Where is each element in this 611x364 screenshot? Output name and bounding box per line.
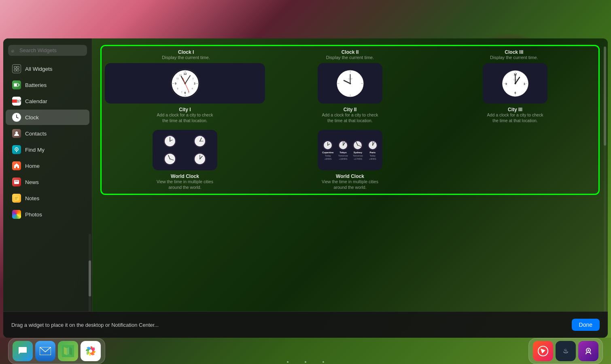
svg-rect-2 bbox=[14, 69, 16, 71]
home-icon bbox=[12, 161, 21, 170]
dock-mail[interactable] bbox=[35, 341, 55, 361]
widget-world-clock-small-label: World Clock View the time in multiple ci… bbox=[155, 174, 215, 190]
svg-point-45 bbox=[185, 83, 185, 84]
widget-world-clock-small-desc: View the time in multiple cities around … bbox=[155, 179, 215, 190]
notes-icon bbox=[12, 194, 21, 203]
sidebar-label-clock: Clock bbox=[25, 114, 39, 121]
widget-header-2-title: Clock II bbox=[270, 49, 429, 55]
widget-gallery-window: ⌕ All Widgets bbox=[3, 38, 608, 338]
dock-photos[interactable] bbox=[81, 341, 101, 361]
dock-dot-2 bbox=[305, 361, 306, 363]
widget-world-clock-wide-thumbnail[interactable]: Cupertino Today +6HRS bbox=[318, 130, 382, 170]
widget-row-world-clocks: World Clock View the time in multiple ci… bbox=[105, 130, 595, 190]
sidebar-item-notes[interactable]: Notes bbox=[6, 190, 89, 206]
sidebar-item-clock[interactable]: Clock bbox=[6, 110, 89, 125]
dock-podcasts[interactable] bbox=[578, 341, 598, 361]
svg-point-69 bbox=[514, 83, 516, 84]
widget-header-1-title: Clock I bbox=[106, 49, 265, 55]
svg-text:11: 11 bbox=[176, 77, 178, 80]
world-city-sydney: Sydney Tomorrow +17HRS bbox=[352, 140, 363, 160]
svg-point-104 bbox=[357, 145, 358, 146]
widget-city-1-label: City I Add a clock for a city to check t… bbox=[155, 107, 215, 123]
sidebar-label-calendar: Calendar bbox=[25, 98, 47, 104]
widget-city-1-desc: Add a clock for a city to check the time… bbox=[155, 112, 215, 123]
svg-point-13 bbox=[16, 149, 17, 150]
sidebar-item-home[interactable]: Home bbox=[6, 158, 89, 174]
sidebar-item-news[interactable]: News bbox=[6, 174, 89, 190]
news-icon bbox=[12, 178, 21, 186]
svg-rect-1 bbox=[17, 66, 19, 68]
svg-rect-21 bbox=[15, 198, 17, 199]
widget-city-2-desc: Add a clock for a city to check the time… bbox=[320, 112, 380, 123]
widget-city-3-title: City III bbox=[485, 107, 545, 112]
svg-point-55 bbox=[349, 83, 351, 84]
mini-clock-4 bbox=[186, 151, 214, 167]
dock: ♨ bbox=[0, 338, 611, 364]
widget-city-3: 12 3 6 9 CUP bbox=[435, 63, 595, 123]
svg-text:6: 6 bbox=[184, 91, 186, 94]
dock-steam[interactable]: ♨ bbox=[556, 341, 576, 361]
svg-text:2: 2 bbox=[192, 77, 193, 80]
svg-point-109 bbox=[372, 145, 373, 146]
dock-maps[interactable] bbox=[58, 341, 78, 361]
svg-point-99 bbox=[343, 145, 344, 146]
content-scrollbar-track[interactable] bbox=[604, 47, 606, 330]
svg-point-94 bbox=[327, 145, 328, 146]
mini-clock-2 bbox=[186, 133, 214, 149]
svg-point-10 bbox=[16, 117, 17, 118]
dock-browser[interactable] bbox=[533, 341, 553, 361]
sidebar-label-photos: Photos bbox=[25, 212, 42, 218]
widget-city-2: CUP City II Add a clock for a city to ch… bbox=[270, 63, 430, 123]
widget-header-2: Clock II Display the current time. bbox=[270, 49, 429, 60]
widget-city-1-thumbnail[interactable]: 12 3 6 9 10 11 2 4 5 7 bbox=[105, 63, 265, 104]
widget-panel: ⌕ All Widgets bbox=[3, 38, 608, 338]
world-city-cupertino: Cupertino Today +6HRS bbox=[322, 140, 333, 160]
widget-header-2-subtitle: Display the current time. bbox=[270, 55, 429, 60]
svg-text:♨: ♨ bbox=[563, 347, 569, 354]
widget-content-area: Clock I Display the current time. Clock … bbox=[92, 38, 608, 338]
sidebar-item-calendar[interactable]: 17 Calendar bbox=[6, 93, 89, 109]
sidebar-label-findmy: Find My bbox=[25, 147, 45, 153]
widget-world-clock-wide: Cupertino Today +6HRS bbox=[270, 130, 430, 190]
sidebar-item-findmy[interactable]: Find My bbox=[6, 142, 89, 157]
content-scrollbar-thumb bbox=[604, 47, 606, 146]
sidebar-label-home: Home bbox=[25, 163, 40, 169]
svg-text:7: 7 bbox=[181, 91, 182, 93]
sidebar-item-photos[interactable]: Photos bbox=[6, 207, 89, 222]
sidebar-item-all-widgets[interactable]: All Widgets bbox=[6, 61, 89, 76]
sidebar-label-batteries: Batteries bbox=[25, 82, 47, 88]
widget-world-clock-small-thumbnail[interactable] bbox=[153, 130, 217, 170]
findmy-icon bbox=[12, 145, 21, 154]
search-input[interactable] bbox=[8, 45, 87, 56]
widget-header-1: Clock I Display the current time. bbox=[106, 49, 265, 60]
world-city-tokyo: Tokyo Tomorrow +16HRS bbox=[338, 140, 348, 160]
svg-text:4: 4 bbox=[191, 87, 193, 90]
sidebar-scrollbar[interactable] bbox=[89, 234, 91, 323]
svg-text:3: 3 bbox=[524, 82, 525, 85]
world-city-paris: Paris Today +3HRS bbox=[367, 140, 378, 160]
widget-city-3-thumbnail[interactable]: 12 3 6 9 CUP bbox=[483, 63, 547, 104]
widget-world-clock-small: World Clock View the time in multiple ci… bbox=[105, 130, 265, 190]
sidebar-item-contacts[interactable]: Contacts bbox=[6, 126, 89, 141]
svg-rect-16 bbox=[15, 181, 18, 182]
widget-city-3-label: City III Add a clock for a city to check… bbox=[485, 107, 545, 123]
svg-point-113 bbox=[89, 349, 92, 353]
widget-city-2-title: City II bbox=[320, 107, 380, 112]
search-container: ⌕ bbox=[3, 45, 92, 61]
svg-text:3: 3 bbox=[194, 82, 195, 85]
done-button[interactable]: Done bbox=[572, 319, 600, 331]
widget-world-clock-wide-title: World Clock bbox=[320, 174, 380, 179]
sidebar-scrollbar-thumb bbox=[89, 260, 91, 296]
sidebar: ⌕ All Widgets bbox=[3, 38, 92, 338]
photos-icon bbox=[12, 210, 21, 219]
search-wrapper: ⌕ bbox=[8, 45, 87, 56]
widget-city-2-thumbnail[interactable]: CUP bbox=[318, 63, 382, 104]
sidebar-item-batteries[interactable]: Batteries bbox=[6, 77, 89, 93]
svg-rect-22 bbox=[15, 199, 17, 199]
widget-city-3-desc: Add a clock for a city to check the time… bbox=[485, 112, 545, 123]
sidebar-label-all-widgets: All Widgets bbox=[25, 66, 53, 72]
dock-messages[interactable] bbox=[13, 341, 33, 361]
widget-header-3-title: Clock III bbox=[435, 49, 594, 55]
svg-rect-18 bbox=[15, 183, 17, 184]
svg-text:9: 9 bbox=[175, 82, 176, 85]
